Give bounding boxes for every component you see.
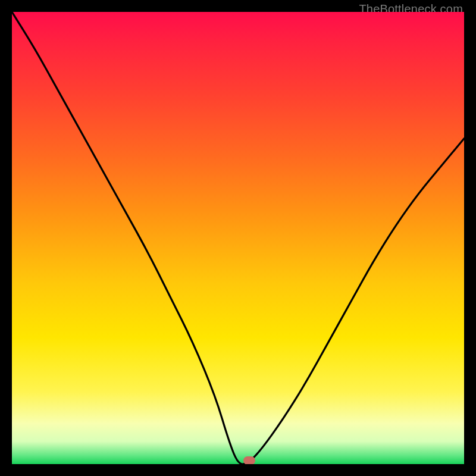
plot-area: [12, 12, 464, 464]
chart-frame: TheBottleneck.com: [0, 0, 476, 476]
bottleneck-curve: [12, 12, 464, 464]
curve-path: [12, 12, 464, 464]
optimal-marker: [243, 456, 255, 464]
